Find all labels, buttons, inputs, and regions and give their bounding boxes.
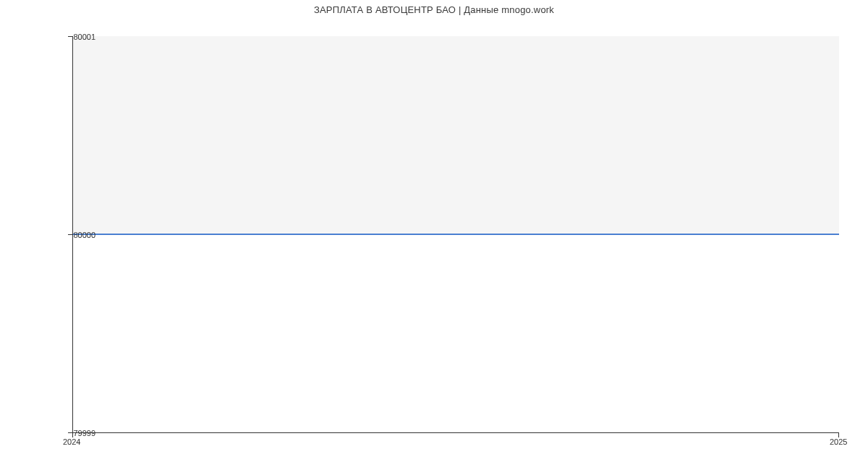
y-tick-label: 80001: [73, 33, 95, 41]
chart-title: ЗАРПЛАТА В АВТОЦЕНТР БАО | Данные mnogo.…: [0, 4, 868, 15]
x-tick-label: 2025: [830, 437, 847, 446]
y-tick-label: 80000: [73, 231, 95, 239]
x-tick-label: 2024: [63, 437, 80, 446]
series-salary-line: [72, 234, 839, 235]
y-tick: [68, 36, 72, 37]
y-tick-label: 79999: [73, 429, 95, 437]
plot-area: [72, 36, 839, 433]
x-axis: [72, 432, 839, 433]
y-tick: [68, 234, 72, 235]
plot-background: [72, 36, 839, 234]
